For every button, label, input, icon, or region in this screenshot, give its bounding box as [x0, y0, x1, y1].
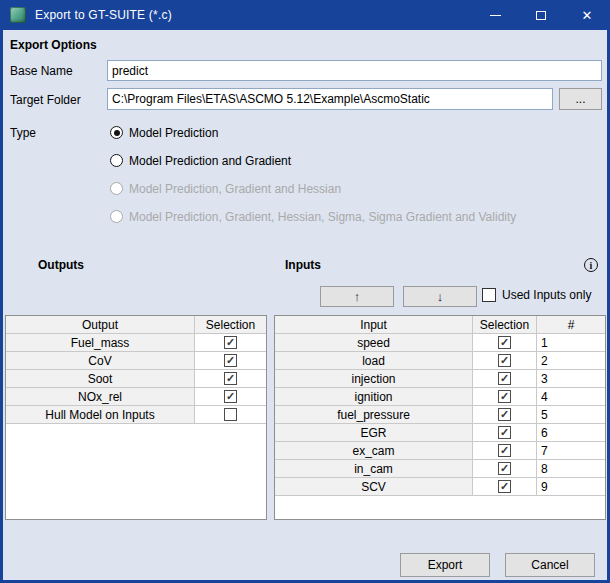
row-selection-cell: ✓ [473, 406, 537, 423]
table-row[interactable]: ignition✓4 [275, 388, 605, 406]
row-checkbox[interactable]: ✓ [498, 390, 511, 403]
titlebar[interactable]: Export to GT-SUITE (*.c) ✕ [0, 0, 610, 30]
cancel-button[interactable]: Cancel [505, 553, 595, 577]
table-row[interactable]: injection✓3 [275, 370, 605, 388]
caption-buttons: ✕ [472, 0, 610, 30]
move-up-button[interactable]: ↑ [320, 286, 394, 307]
row-checkbox[interactable]: ✓ [224, 390, 237, 403]
maximize-button[interactable] [518, 0, 564, 30]
base-name-label: Base Name [10, 64, 73, 78]
table-header-row: OutputSelection [6, 316, 266, 334]
row-checkbox[interactable]: ✓ [498, 462, 511, 475]
outputs-table: OutputSelectionFuel_mass✓CoV✓Soot✓NOx_re… [5, 315, 267, 520]
row-checkbox[interactable] [224, 408, 237, 421]
table-row[interactable]: Fuel_mass✓ [6, 334, 266, 352]
radio-option-label: Model Prediction, Gradient, Hessian, Sig… [129, 210, 516, 224]
inputs-table: InputSelection#speed✓1load✓2injection✓3i… [274, 315, 606, 520]
table-row[interactable]: EGR✓6 [275, 424, 605, 442]
row-checkbox[interactable]: ✓ [224, 336, 237, 349]
table-row[interactable]: speed✓1 [275, 334, 605, 352]
row-checkbox[interactable]: ✓ [498, 336, 511, 349]
row-selection-cell: ✓ [473, 334, 537, 351]
radio-option[interactable]: Model Prediction [110, 125, 218, 140]
row-selection-cell: ✓ [473, 352, 537, 369]
radio-icon[interactable] [110, 154, 123, 167]
row-name: Soot [6, 370, 195, 387]
column-header[interactable]: Selection [473, 316, 537, 333]
row-name: fuel_pressure [275, 406, 473, 423]
row-number: 6 [537, 424, 605, 441]
radio-option[interactable]: Model Prediction and Gradient [110, 153, 291, 168]
close-icon: ✕ [582, 9, 593, 22]
table-row[interactable]: Hull Model on Inputs [6, 406, 266, 424]
radio-option: Model Prediction, Gradient and Hessian [110, 181, 341, 196]
row-number: 9 [537, 478, 605, 495]
radio-icon [110, 182, 123, 195]
export-dialog: Export to GT-SUITE (*.c) ✕ Export Option… [0, 0, 610, 583]
row-selection-cell: ✓ [473, 478, 537, 495]
row-selection-cell [195, 406, 266, 423]
column-header[interactable]: Input [275, 316, 473, 333]
dialog-content: Export Options Base Name Target Folder .… [3, 30, 607, 580]
table-row[interactable]: in_cam✓8 [275, 460, 605, 478]
row-selection-cell: ✓ [473, 388, 537, 405]
row-name: ex_cam [275, 442, 473, 459]
table-row[interactable]: SCV✓9 [275, 478, 605, 496]
info-icon[interactable]: i [584, 258, 598, 272]
target-folder-label: Target Folder [10, 93, 81, 107]
radio-option: Model Prediction, Gradient, Hessian, Sig… [110, 209, 516, 224]
row-selection-cell: ✓ [195, 352, 266, 369]
move-down-button[interactable]: ↓ [403, 286, 477, 307]
row-selection-cell: ✓ [473, 460, 537, 477]
row-name: Hull Model on Inputs [6, 406, 195, 423]
row-selection-cell: ✓ [473, 370, 537, 387]
used-inputs-only-label: Used Inputs only [502, 288, 591, 302]
row-name: speed [275, 334, 473, 351]
row-checkbox[interactable]: ✓ [224, 372, 237, 385]
row-selection-cell: ✓ [195, 334, 266, 351]
row-number: 3 [537, 370, 605, 387]
type-label: Type [10, 126, 36, 140]
radio-option-label: Model Prediction [129, 126, 218, 140]
outputs-section-label: Outputs [38, 258, 84, 272]
row-checkbox[interactable]: ✓ [224, 354, 237, 367]
target-folder-input[interactable] [107, 88, 553, 110]
row-selection-cell: ✓ [195, 388, 266, 405]
maximize-icon [536, 11, 546, 20]
table-row[interactable]: ex_cam✓7 [275, 442, 605, 460]
used-inputs-only-checkbox[interactable] [482, 288, 496, 302]
radio-icon[interactable] [110, 126, 123, 139]
table-header-row: InputSelection# [275, 316, 605, 334]
table-row[interactable]: fuel_pressure✓5 [275, 406, 605, 424]
table-row[interactable]: Soot✓ [6, 370, 266, 388]
row-name: SCV [275, 478, 473, 495]
window-title: Export to GT-SUITE (*.c) [35, 8, 172, 22]
row-number: 2 [537, 352, 605, 369]
row-checkbox[interactable]: ✓ [498, 372, 511, 385]
used-inputs-only[interactable]: Used Inputs only [482, 288, 591, 302]
table-row[interactable]: load✓2 [275, 352, 605, 370]
column-header[interactable]: Output [6, 316, 195, 333]
base-name-input[interactable] [107, 60, 602, 81]
row-checkbox[interactable]: ✓ [498, 354, 511, 367]
minimize-button[interactable] [472, 0, 518, 30]
row-checkbox[interactable]: ✓ [498, 426, 511, 439]
column-header[interactable]: Selection [195, 316, 266, 333]
column-header[interactable]: # [537, 316, 605, 333]
row-name: injection [275, 370, 473, 387]
row-checkbox[interactable]: ✓ [498, 408, 511, 421]
radio-option-label: Model Prediction, Gradient and Hessian [129, 182, 341, 196]
row-checkbox[interactable]: ✓ [498, 480, 511, 493]
close-button[interactable]: ✕ [564, 0, 610, 30]
table-row[interactable]: NOx_rel✓ [6, 388, 266, 406]
row-number: 1 [537, 334, 605, 351]
row-selection-cell: ✓ [195, 370, 266, 387]
export-button[interactable]: Export [400, 553, 490, 577]
row-name: CoV [6, 352, 195, 369]
table-row[interactable]: CoV✓ [6, 352, 266, 370]
row-number: 8 [537, 460, 605, 477]
row-name: load [275, 352, 473, 369]
row-checkbox[interactable]: ✓ [498, 444, 511, 457]
browse-button[interactable]: ... [559, 88, 602, 110]
radio-option-label: Model Prediction and Gradient [129, 154, 291, 168]
